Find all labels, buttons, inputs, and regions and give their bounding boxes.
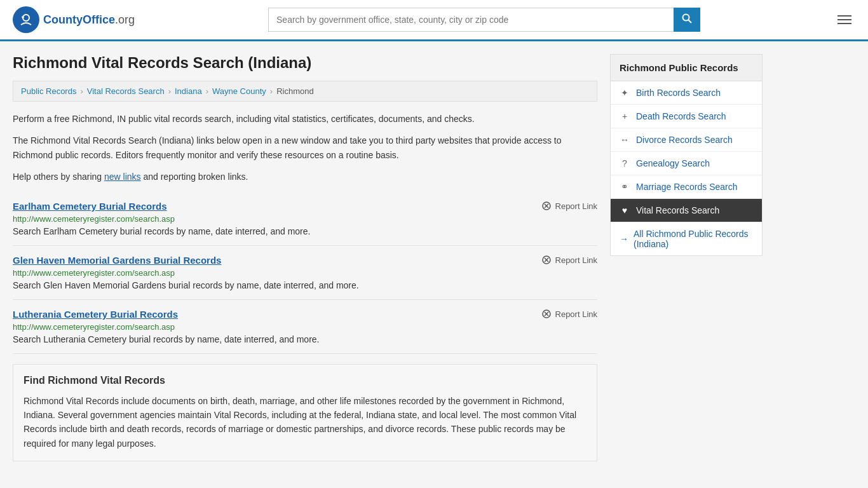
sidebar-item-vital-records[interactable]: ♥ Vital Records Search (611, 199, 762, 222)
genealogy-icon: ? (620, 158, 630, 168)
record-item-2: Lutherania Cemetery Burial Records Repor… (13, 300, 597, 354)
report-link-1[interactable]: Report Link (541, 255, 597, 265)
divorce-records-icon: ↔ (620, 135, 630, 145)
main-content: Richmond Vital Records Search (Indiana) … (0, 41, 868, 474)
description-1: Perform a free Richmond, IN public vital… (13, 112, 597, 126)
logo-text: CountyOffice.org (43, 13, 135, 27)
vital-records-icon: ♥ (620, 205, 630, 215)
new-links-link[interactable]: new links (104, 172, 141, 182)
record-item-0: Earlham Cemetery Burial Records Report L… (13, 192, 597, 246)
breadcrumb-vital-records-search[interactable]: Vital Records Search (87, 86, 165, 96)
birth-records-icon: ✦ (620, 88, 630, 98)
breadcrumb: Public Records › Vital Records Search › … (13, 81, 597, 102)
hamburger-menu-button[interactable] (834, 9, 855, 30)
site-header: CountyOffice.org (0, 0, 868, 41)
report-link-2[interactable]: Report Link (541, 309, 597, 319)
all-records-arrow-icon: → (620, 234, 628, 244)
search-button[interactable] (674, 8, 700, 32)
svg-point-2 (22, 16, 24, 18)
find-section-description: Richmond Vital Records include documents… (24, 394, 587, 451)
sidebar-item-genealogy[interactable]: ? Genealogy Search (611, 152, 762, 175)
record-url-1: http://www.cemeteryregister.com/search.a… (13, 268, 597, 278)
sidebar-item-divorce-records-label: Divorce Records Search (636, 135, 733, 145)
sidebar-item-marriage-records-label: Marriage Records Search (636, 182, 738, 192)
logo-area: CountyOffice.org (13, 6, 135, 33)
find-section: Find Richmond Vital Records Richmond Vit… (13, 364, 597, 462)
sidebar-item-divorce-records[interactable]: ↔ Divorce Records Search (611, 128, 762, 152)
sidebar-item-birth-records-label: Birth Records Search (636, 88, 721, 98)
sidebar: Richmond Public Records ✦ Birth Records … (610, 54, 763, 461)
page-title: Richmond Vital Records Search (Indiana) (13, 54, 597, 72)
death-records-icon: + (620, 111, 630, 121)
svg-line-4 (689, 20, 692, 24)
sidebar-item-birth-records[interactable]: ✦ Birth Records Search (611, 81, 762, 105)
marriage-records-icon: ⚭ (620, 182, 630, 192)
breadcrumb-richmond: Richmond (276, 86, 314, 96)
sidebar-title: Richmond Public Records (611, 55, 762, 81)
svg-point-0 (18, 11, 34, 28)
sidebar-item-genealogy-label: Genealogy Search (636, 158, 710, 168)
sidebar-item-marriage-records[interactable]: ⚭ Marriage Records Search (611, 175, 762, 199)
logo-icon (13, 6, 39, 33)
record-desc-1: Search Glen Haven Memorial Gardens buria… (13, 280, 597, 290)
record-title-1[interactable]: Glen Haven Memorial Gardens Burial Recor… (13, 255, 221, 266)
all-records-label: All Richmond Public Records (Indiana) (634, 229, 753, 249)
content-area: Richmond Vital Records Search (Indiana) … (13, 54, 597, 461)
record-title-0[interactable]: Earlham Cemetery Burial Records (13, 201, 167, 212)
record-title-2[interactable]: Lutherania Cemetery Burial Records (13, 309, 178, 320)
breadcrumb-wayne-county[interactable]: Wayne County (212, 86, 266, 96)
record-url-0: http://www.cemeteryregister.com/search.a… (13, 214, 597, 224)
records-list: Earlham Cemetery Burial Records Report L… (13, 192, 597, 354)
breadcrumb-indiana[interactable]: Indiana (175, 86, 202, 96)
find-section-title: Find Richmond Vital Records (24, 375, 587, 386)
search-bar (268, 8, 700, 32)
description-2: The Richmond Vital Records Search (India… (13, 133, 597, 162)
report-link-0[interactable]: Report Link (541, 201, 597, 211)
help-text: Help others by sharing new links and rep… (13, 170, 597, 184)
sidebar-item-vital-records-label: Vital Records Search (636, 205, 719, 215)
breadcrumb-public-records[interactable]: Public Records (21, 86, 76, 96)
sidebar-item-death-records[interactable]: + Death Records Search (611, 105, 762, 128)
svg-point-3 (683, 15, 689, 21)
sidebar-box: Richmond Public Records ✦ Birth Records … (610, 54, 763, 256)
sidebar-all-records-link[interactable]: → All Richmond Public Records (Indiana) (611, 222, 762, 255)
record-desc-0: Search Earlham Cemetery burial records b… (13, 226, 597, 236)
sidebar-item-death-records-label: Death Records Search (636, 111, 726, 121)
record-desc-2: Search Lutherania Cemetery burial record… (13, 334, 597, 344)
record-url-2: http://www.cemeteryregister.com/search.a… (13, 322, 597, 332)
record-item-1: Glen Haven Memorial Gardens Burial Recor… (13, 246, 597, 300)
search-input[interactable] (268, 8, 674, 32)
